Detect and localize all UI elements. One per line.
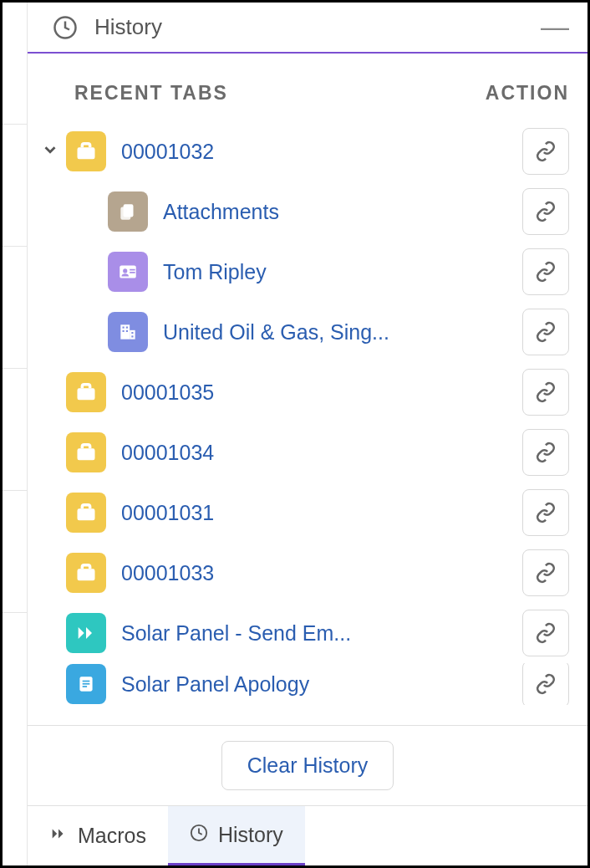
action-header: ACTION — [486, 82, 569, 105]
copy-link-button[interactable] — [522, 369, 569, 416]
svg-rect-22 — [83, 683, 90, 685]
history-row-child: Tom Ripley — [34, 242, 569, 302]
history-list: 00001032 Attachments Tom Ripley — [28, 105, 587, 725]
svg-rect-1 — [78, 147, 95, 159]
history-row: 00001033 — [34, 543, 569, 603]
history-item-link[interactable]: Solar Panel - Send Em... — [121, 621, 351, 646]
copy-link-button[interactable] — [522, 489, 569, 536]
panel-header: History — — [28, 3, 587, 54]
svg-rect-15 — [131, 335, 133, 337]
history-item-link[interactable]: Solar Panel Apology — [121, 672, 309, 697]
bottom-tabs: Macros History — [28, 805, 587, 865]
history-item-link[interactable]: 00001034 — [121, 441, 214, 465]
history-item-link[interactable]: United Oil & Gas, Sing... — [163, 320, 389, 345]
file-icon — [108, 191, 148, 232]
copy-link-button[interactable] — [522, 429, 569, 476]
case-icon — [66, 553, 106, 593]
panel-title: History — [94, 14, 541, 40]
history-icon — [53, 15, 78, 40]
history-row: 00001032 — [34, 121, 569, 181]
history-row-child: United Oil & Gas, Sing... — [34, 302, 569, 362]
case-icon — [66, 372, 106, 412]
history-row: 00001035 — [34, 362, 569, 422]
tab-macros[interactable]: Macros — [28, 806, 168, 865]
column-headers: RECENT TABS ACTION — [28, 54, 587, 105]
history-item-link[interactable]: Tom Ripley — [163, 260, 267, 284]
svg-rect-11 — [126, 327, 128, 329]
copy-link-button[interactable] — [522, 309, 569, 355]
copy-link-button[interactable] — [522, 610, 569, 656]
svg-rect-13 — [126, 330, 128, 332]
svg-rect-6 — [130, 269, 135, 271]
case-icon — [66, 493, 106, 533]
history-row-child: Attachments — [34, 181, 569, 242]
recent-tabs-header: RECENT TABS — [74, 82, 486, 105]
svg-rect-18 — [78, 508, 95, 520]
svg-point-5 — [123, 268, 127, 273]
history-item-link[interactable]: 00001031 — [121, 501, 214, 525]
svg-rect-8 — [120, 324, 130, 339]
account-icon — [108, 312, 148, 352]
tab-history[interactable]: History — [168, 806, 305, 865]
case-icon — [66, 432, 106, 472]
copy-link-button[interactable] — [522, 549, 569, 596]
history-row: 00001034 — [34, 422, 569, 483]
svg-rect-9 — [130, 330, 135, 340]
chevron-down-icon[interactable] — [41, 140, 59, 162]
history-icon — [190, 823, 208, 847]
svg-rect-3 — [120, 207, 130, 220]
panel-footer: Clear History — [28, 725, 587, 805]
svg-rect-16 — [78, 388, 95, 400]
minimize-button[interactable]: — — [541, 23, 569, 33]
tab-history-label: History — [218, 823, 283, 847]
svg-rect-7 — [130, 272, 135, 273]
history-item-link[interactable]: 00001033 — [121, 561, 214, 585]
history-row: Solar Panel Apology — [34, 663, 569, 705]
copy-link-button[interactable] — [522, 188, 569, 235]
contact-icon — [108, 252, 148, 292]
svg-rect-23 — [83, 686, 87, 687]
svg-rect-17 — [78, 448, 95, 460]
history-item-link[interactable]: 00001035 — [121, 380, 214, 405]
copy-link-button[interactable] — [522, 663, 569, 705]
macros-icon — [49, 824, 68, 848]
clear-history-button[interactable]: Clear History — [221, 741, 394, 790]
svg-rect-14 — [131, 332, 133, 334]
history-row: Solar Panel - Send Em... — [34, 603, 569, 663]
svg-rect-12 — [123, 330, 125, 332]
history-row: 00001031 — [34, 483, 569, 543]
case-icon — [66, 131, 106, 171]
document-icon — [66, 664, 106, 704]
svg-rect-19 — [78, 569, 95, 580]
macro-icon — [66, 613, 106, 653]
history-item-link[interactable]: 00001032 — [121, 140, 214, 164]
history-item-link[interactable]: Attachments — [163, 200, 279, 224]
copy-link-button[interactable] — [522, 248, 569, 295]
svg-rect-10 — [123, 327, 125, 329]
left-gutter — [3, 3, 28, 865]
copy-link-button[interactable] — [522, 128, 569, 175]
svg-rect-21 — [83, 681, 90, 682]
tab-macros-label: Macros — [78, 824, 146, 848]
